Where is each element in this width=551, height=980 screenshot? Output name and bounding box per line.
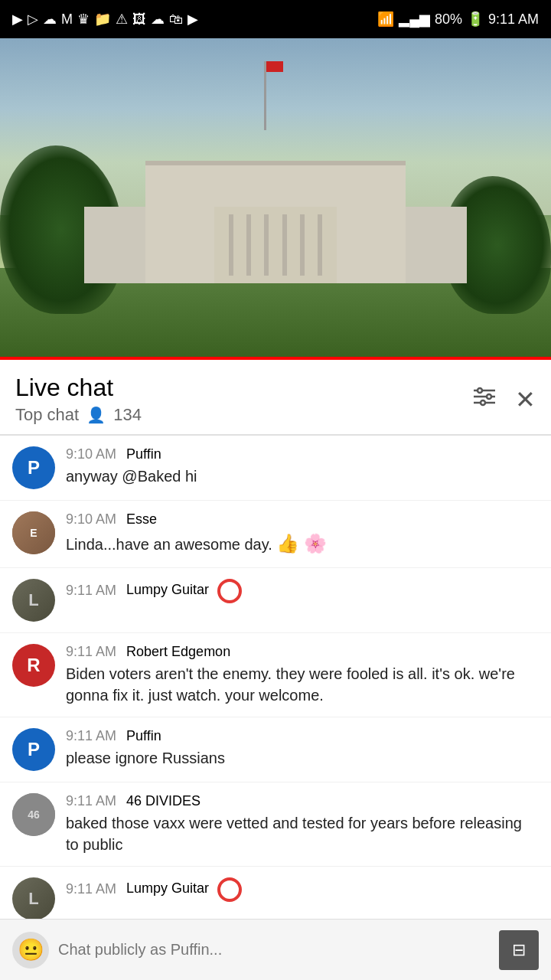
message-username[interactable]: Puffin xyxy=(126,728,161,743)
wifi-icon: 📶 xyxy=(377,11,394,28)
top-chat-label[interactable]: Top chat xyxy=(15,405,79,425)
chat-input-bar: 😐 ⊟ xyxy=(0,919,551,980)
message-username[interactable]: 46 DIVIDES xyxy=(126,793,201,808)
chat-header-info: Live chat Top chat 👤 134 xyxy=(15,374,142,425)
chat-message: P 9:11 AM Puffin please ignore Russians xyxy=(0,717,551,782)
column6 xyxy=(318,214,322,276)
cloud2-icon: ☁ xyxy=(151,11,165,28)
message-time: 9:11 AM xyxy=(66,880,116,896)
youtube-icon: ▶ xyxy=(12,11,23,28)
message-username[interactable]: Robert Edgemon xyxy=(126,644,230,659)
message-text: baked those vaxx were vetted and tested … xyxy=(66,812,539,855)
filter-icon[interactable] xyxy=(472,386,497,413)
emoji-thumbsup: 👍 xyxy=(276,533,299,554)
message-text: please ignore Russians xyxy=(66,747,539,769)
message-content: 9:11 AM Puffin please ignore Russians xyxy=(66,728,539,769)
chat-message: E 9:10 AM Esse Linda...have an awesome d… xyxy=(0,501,551,568)
roofline xyxy=(145,161,406,165)
close-button[interactable]: ✕ xyxy=(515,385,536,414)
message-time: 9:11 AM xyxy=(66,793,116,808)
chat-header-actions: ✕ xyxy=(472,385,536,414)
columns xyxy=(214,214,337,276)
live-chat-title: Live chat xyxy=(15,374,142,402)
play2-icon: ▶ xyxy=(187,11,198,28)
column1 xyxy=(229,214,233,276)
people-icon: 👤 xyxy=(86,406,106,424)
status-left-icons: ▶ ▷ ☁ M ♛ 📁 ⚠ 🖼 ☁ 🛍 ▶ xyxy=(12,11,198,28)
bag-icon: 🛍 xyxy=(169,11,183,28)
message-time: 9:11 AM xyxy=(66,728,116,743)
chat-message-list: P 9:10 AM Puffin anyway @Baked hi E 9:10… xyxy=(0,436,551,980)
message-meta: 9:11 AM Puffin xyxy=(66,728,539,744)
message-text: anyway @Baked hi xyxy=(66,466,539,487)
avatar: L xyxy=(12,877,55,920)
message-content: 9:10 AM Puffin anyway @Baked hi xyxy=(66,446,539,487)
chat-message: P 9:10 AM Puffin anyway @Baked hi xyxy=(0,436,551,501)
message-meta: 9:11 AM 46 DIVIDES xyxy=(66,793,539,809)
message-meta: 9:11 AM Robert Edgemon xyxy=(66,644,539,660)
column5 xyxy=(300,214,305,276)
avatar: L xyxy=(12,579,55,622)
svg-point-4 xyxy=(487,394,491,399)
message-time: 9:11 AM xyxy=(66,582,116,597)
status-bar: ▶ ▷ ☁ M ♛ 📁 ⚠ 🖼 ☁ 🛍 ▶ 📶 ▂▄▆ 80% 🔋 9:11 A… xyxy=(0,0,551,38)
message-username[interactable]: Puffin xyxy=(126,446,161,462)
signal-icon: ▂▄▆ xyxy=(399,11,430,28)
column2 xyxy=(246,214,251,276)
warning-icon: ⚠ xyxy=(116,11,128,28)
cloud-icon: ☁ xyxy=(43,11,57,28)
avatar: R xyxy=(12,644,55,687)
svg-point-3 xyxy=(478,388,482,393)
message-text: Biden voters aren't the enemy. they were… xyxy=(66,663,539,706)
message-meta: 9:10 AM Puffin xyxy=(66,446,539,462)
whitehouse-building xyxy=(84,122,467,283)
chat-message: R 9:11 AM Robert Edgemon Biden voters ar… xyxy=(0,633,551,717)
flag xyxy=(266,61,283,72)
main-body xyxy=(145,161,406,283)
message-content: 9:11 AM Lumpy Guitar xyxy=(66,877,539,905)
red-circle-icon xyxy=(217,579,242,603)
video-progress-bar[interactable] xyxy=(0,357,551,360)
message-content: 9:10 AM Esse Linda...have an awesome day… xyxy=(66,511,539,557)
avatar: E xyxy=(12,511,55,554)
folder-icon: 📁 xyxy=(94,11,111,28)
flagpole xyxy=(264,61,266,130)
send-icon: ⊟ xyxy=(512,940,526,960)
message-username[interactable]: Lumpy Guitar xyxy=(126,582,209,597)
message-username[interactable]: Esse xyxy=(126,511,157,527)
chat-subtitle-row: Top chat 👤 134 xyxy=(15,405,142,425)
message-text: Linda...have an awesome day. 👍 🌸 xyxy=(66,531,539,557)
message-content: 9:11 AM 46 DIVIDES baked those vaxx were… xyxy=(66,793,539,855)
video-player[interactable] xyxy=(0,38,551,360)
battery-percent: 80% xyxy=(435,11,462,28)
clock: 9:11 AM xyxy=(488,11,539,28)
emoji-flower: 🌸 xyxy=(304,533,327,554)
chat-header: Live chat Top chat 👤 134 ✕ xyxy=(0,360,551,435)
image-icon: 🖼 xyxy=(132,11,146,28)
avatar: P xyxy=(12,728,55,771)
emoji-button[interactable]: 😐 xyxy=(12,932,49,969)
chat-message: 46 9:11 AM 46 DIVIDES baked those vaxx w… xyxy=(0,782,551,867)
message-content: 9:11 AM Lumpy Guitar xyxy=(66,579,539,606)
message-meta: 9:10 AM Esse xyxy=(66,511,539,528)
chat-message: L 9:11 AM Lumpy Guitar xyxy=(0,568,551,633)
battery-icon: 🔋 xyxy=(467,11,484,28)
column3 xyxy=(264,214,269,276)
message-time: 9:10 AM xyxy=(66,446,116,462)
viewer-count: 134 xyxy=(113,405,142,425)
svg-point-5 xyxy=(481,400,485,405)
message-time: 9:11 AM xyxy=(66,644,116,659)
chat-input-field[interactable] xyxy=(58,931,490,969)
m-icon: M xyxy=(61,11,73,28)
message-username[interactable]: Lumpy Guitar xyxy=(126,880,209,896)
message-content: 9:11 AM Robert Edgemon Biden voters aren… xyxy=(66,644,539,706)
message-time: 9:10 AM xyxy=(66,511,116,527)
column4 xyxy=(282,214,287,276)
avatar: 46 xyxy=(12,793,55,836)
red-circle-icon xyxy=(217,877,242,902)
status-right-info: 📶 ▂▄▆ 80% 🔋 9:11 AM xyxy=(377,11,539,28)
portico xyxy=(214,207,337,283)
send-button[interactable]: ⊟ xyxy=(499,930,539,970)
message-meta: 9:11 AM Lumpy Guitar xyxy=(66,579,539,603)
avatar: P xyxy=(12,446,55,489)
